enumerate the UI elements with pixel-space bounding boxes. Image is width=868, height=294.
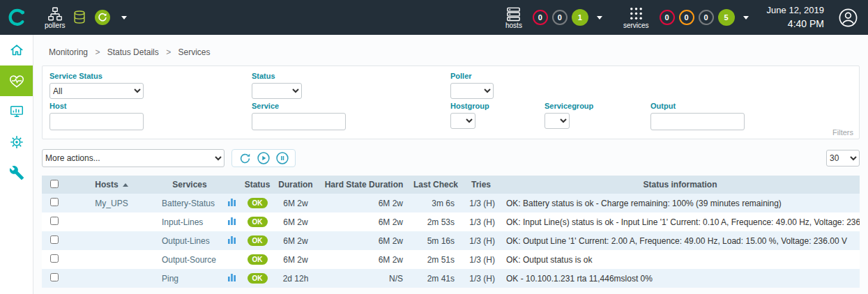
service-name[interactable]: Ping xyxy=(162,274,178,284)
refresh-button[interactable] xyxy=(238,151,252,165)
filter-servicegroup: Servicegroup xyxy=(545,102,593,129)
service-name[interactable]: Output-Lines xyxy=(162,236,210,246)
header-hosts[interactable]: Hosts xyxy=(67,176,156,194)
hosts-counters: 001 xyxy=(531,9,591,26)
datetime: June 12, 2019 4:40 PM xyxy=(767,3,824,32)
service-name[interactable]: Input-Lines xyxy=(162,217,203,227)
row-checkbox[interactable] xyxy=(50,217,59,225)
service-name[interactable]: Battery-Status xyxy=(162,199,215,208)
database-icon[interactable] xyxy=(72,10,87,25)
performance-graph-icon[interactable] xyxy=(228,217,236,227)
performance-graph-icon[interactable] xyxy=(228,198,236,208)
status-label: Status xyxy=(252,72,302,80)
sidebar-item-monitoring[interactable] xyxy=(0,65,33,96)
status-counter[interactable]: 0 xyxy=(679,10,694,25)
poller-status-ok-icon[interactable] xyxy=(94,9,111,26)
host-cell[interactable] xyxy=(67,212,156,231)
more-actions-select[interactable]: More actions... xyxy=(42,149,224,167)
hard-state-duration-cell: 6M 2w xyxy=(318,212,410,231)
table-row: Output-Source OK 6M 2w 6M 2w 2m 51s 1/3 … xyxy=(42,250,860,269)
chevron-down-icon[interactable] xyxy=(121,16,127,20)
hosts-icon xyxy=(505,6,521,22)
status-counter[interactable]: 0 xyxy=(533,10,548,25)
service-cell[interactable]: Output-Lines xyxy=(156,231,223,250)
select-all-checkbox[interactable] xyxy=(50,180,59,188)
header-services[interactable]: Services xyxy=(156,176,223,194)
status-counter[interactable]: 0 xyxy=(660,10,675,25)
sidebar-item-configuration[interactable] xyxy=(0,127,33,157)
pollers-group: pollers xyxy=(45,6,134,29)
service-cell[interactable]: Input-Lines xyxy=(156,212,223,231)
sidebar-item-home[interactable] xyxy=(0,35,33,65)
service-status-select[interactable]: All xyxy=(50,83,144,99)
service-input[interactable] xyxy=(252,113,346,130)
tries-cell: 1/3 (H) xyxy=(462,250,501,269)
user-profile-button[interactable] xyxy=(838,8,858,28)
hostgroup-select[interactable] xyxy=(450,113,475,129)
header-tries[interactable]: Tries xyxy=(462,176,501,194)
services-menu[interactable]: services xyxy=(623,6,649,29)
status-badge: OK xyxy=(248,254,268,265)
host-cell[interactable] xyxy=(67,269,156,288)
hard-state-duration-cell: 6M 2w xyxy=(318,250,410,269)
status-information-cell: OK: Output Line '1' Current: 2.00 A, Fre… xyxy=(501,231,860,250)
refresh-icon xyxy=(238,152,252,165)
status-information-cell: OK: Battery status is ok - Charge remain… xyxy=(501,194,860,212)
pause-button[interactable] xyxy=(275,151,289,165)
sidebar-item-reporting[interactable] xyxy=(0,96,33,127)
filter-service-status: Service Status All xyxy=(50,72,144,99)
chevron-down-icon[interactable] xyxy=(597,16,602,20)
service-cell[interactable]: Output-Source xyxy=(156,250,223,269)
sidebar-item-administration[interactable] xyxy=(0,157,33,188)
pollers-menu[interactable]: pollers xyxy=(45,6,65,29)
hard-state-duration-cell: N/S xyxy=(318,269,410,288)
row-checkbox[interactable] xyxy=(50,254,59,263)
table-row: My_UPS Battery-Status OK 6M 2w 6M 2w 3m … xyxy=(42,194,860,212)
header-last-check[interactable]: Last Check xyxy=(410,176,462,194)
centreon-logo[interactable] xyxy=(0,0,33,35)
header-duration[interactable]: Duration xyxy=(273,176,318,194)
services-counters: 0005 xyxy=(657,9,737,26)
performance-graph-icon[interactable] xyxy=(228,235,236,246)
host-cell[interactable]: My_UPS xyxy=(67,194,156,212)
servicegroup-select[interactable] xyxy=(545,113,570,129)
row-checkbox[interactable] xyxy=(50,235,59,244)
status-information-cell: OK: Input Line(s) status is ok - Input L… xyxy=(501,212,860,231)
status-counter[interactable]: 1 xyxy=(572,9,588,26)
header-status[interactable]: Status xyxy=(241,176,273,194)
breadcrumb-services[interactable]: Services xyxy=(178,47,210,57)
host-label: Host xyxy=(50,102,144,110)
row-checkbox[interactable] xyxy=(50,198,59,206)
service-name[interactable]: Output-Source xyxy=(162,255,216,265)
breadcrumb-status-details[interactable]: Status Details xyxy=(107,47,159,57)
centreon-logo-icon xyxy=(6,7,27,28)
last-check-cell: 3m 6s xyxy=(410,194,462,212)
header-status-information[interactable]: Status information xyxy=(501,176,860,194)
status-information-cell: OK - 10.100.1.231 rta 11,446mslost 0% xyxy=(501,269,860,288)
header-hard-state-duration[interactable]: Hard State Duration xyxy=(318,176,410,194)
hosts-status-group: hosts 001 xyxy=(505,6,602,29)
tries-cell: 1/3 (H) xyxy=(462,194,501,212)
status-select[interactable] xyxy=(252,83,302,99)
breadcrumb-monitoring[interactable]: Monitoring xyxy=(49,47,88,57)
hosts-menu[interactable]: hosts xyxy=(505,6,522,29)
breadcrumb-separator: > xyxy=(166,47,171,57)
host-input[interactable] xyxy=(50,113,144,130)
status-counter[interactable]: 5 xyxy=(718,9,735,26)
status-information-cell: OK: Output status is ok xyxy=(501,250,860,269)
play-button[interactable] xyxy=(257,151,271,165)
output-input[interactable] xyxy=(650,113,745,130)
row-checkbox[interactable] xyxy=(50,273,59,281)
host-cell[interactable] xyxy=(67,250,156,269)
poller-select[interactable] xyxy=(450,83,494,99)
page-size-select[interactable]: 30 xyxy=(826,150,860,167)
service-cell[interactable]: Battery-Status xyxy=(156,194,223,212)
performance-graph-icon[interactable] xyxy=(228,273,236,284)
host-cell[interactable] xyxy=(67,231,156,250)
service-cell[interactable]: Ping xyxy=(156,269,223,288)
status-counter[interactable]: 0 xyxy=(699,10,714,25)
chevron-down-icon[interactable] xyxy=(743,16,749,20)
status-counter[interactable]: 0 xyxy=(552,10,568,25)
tries-cell: 1/3 (H) xyxy=(462,231,501,250)
service-label: Service xyxy=(252,102,346,110)
